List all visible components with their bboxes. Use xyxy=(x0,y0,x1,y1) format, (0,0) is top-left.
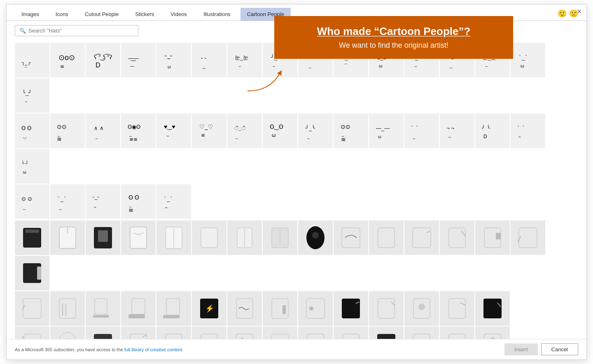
svg-text:—: — xyxy=(130,64,134,68)
body-item[interactable] xyxy=(15,256,49,290)
face-item[interactable]: ʘ ʘ_≋ xyxy=(121,184,156,219)
body-item[interactable] xyxy=(334,291,368,326)
face-item[interactable]: ⊙ ⊙_ xyxy=(15,184,49,219)
face-item[interactable]: ⊙o⊙≋ xyxy=(50,43,85,77)
face-item[interactable]: ⊙⊙_≋ xyxy=(334,114,368,148)
body-item[interactable] xyxy=(404,220,439,255)
body-item[interactable] xyxy=(298,220,333,255)
body-item[interactable] xyxy=(227,291,262,326)
face-item[interactable]: ʘ‿ʘω xyxy=(263,114,297,148)
face-item[interactable]: ♥‿♥⌣ xyxy=(156,114,191,148)
face-item[interactable]: ╯ ╰D xyxy=(475,114,510,148)
body-item[interactable] xyxy=(227,327,262,339)
cancel-button[interactable]: Cancel xyxy=(541,343,578,355)
body-item[interactable] xyxy=(156,327,191,339)
body-item[interactable] xyxy=(227,220,262,255)
face-item[interactable]: ʘ◉ʘ_≋≋ xyxy=(121,114,156,148)
happy-icon[interactable]: 🙂 xyxy=(558,9,567,18)
svg-text:≋≋: ≋≋ xyxy=(129,137,138,142)
body-item[interactable] xyxy=(15,291,49,326)
face-item[interactable]: —͟—— xyxy=(121,43,156,77)
body-item[interactable] xyxy=(192,220,226,255)
body-item[interactable] xyxy=(15,220,49,255)
body-item[interactable] xyxy=(192,327,226,339)
body-item[interactable] xyxy=(334,220,368,255)
body-item[interactable] xyxy=(475,291,510,326)
svg-text:ω: ω xyxy=(379,63,383,68)
body-item[interactable] xyxy=(475,220,510,255)
body-item[interactable] xyxy=(86,291,120,326)
tab-icons[interactable]: Icons xyxy=(49,8,75,21)
body-item[interactable] xyxy=(263,327,297,339)
face-item[interactable]: ˋ_ˊ_ xyxy=(50,184,85,219)
face-item[interactable]: ˋ ˊ_ xyxy=(404,114,439,148)
tab-stickers[interactable]: Stickers xyxy=(128,8,161,21)
svg-text:_: _ xyxy=(59,205,62,210)
callout-arrow xyxy=(245,68,282,93)
face-item[interactable]: ˘⌣˘ω xyxy=(156,43,191,77)
face-item[interactable]: ʘ ʘ◡ xyxy=(15,114,49,148)
body-item[interactable] xyxy=(121,327,156,339)
face-item[interactable]: ˋ_ˊ⌢ xyxy=(156,184,191,219)
face-item[interactable]: ˋ_ˊω xyxy=(511,43,545,77)
body-item[interactable] xyxy=(86,327,120,339)
body-item[interactable] xyxy=(121,220,156,255)
body-item[interactable] xyxy=(121,291,156,326)
face-item[interactable]: ╮_╭⌒ xyxy=(15,43,49,77)
tab-images[interactable]: Images xyxy=(15,8,46,21)
body-item[interactable] xyxy=(156,291,191,326)
tab-cutout[interactable]: Cutout People xyxy=(78,8,125,21)
svg-rect-87 xyxy=(201,228,217,248)
body-item[interactable] xyxy=(440,327,474,339)
svg-text:≋: ≋ xyxy=(60,64,64,70)
face-item[interactable]: ╰_╯⌣ xyxy=(15,78,49,113)
footer-buttons: Insert Cancel xyxy=(504,343,578,355)
svg-rect-147 xyxy=(343,334,359,339)
face-item[interactable]: ∧ ∧_ xyxy=(86,114,120,148)
face-item[interactable]: ॆ_ॆ_ xyxy=(227,114,262,148)
body-item[interactable] xyxy=(404,291,439,326)
face-item[interactable]: ¬ ¬⌣ xyxy=(440,114,474,148)
body-item[interactable]: ⚡ xyxy=(192,291,226,326)
face-item[interactable]: ˋ ˊ⌢ xyxy=(511,114,545,148)
body-item[interactable] xyxy=(263,220,297,255)
face-item[interactable]: ╰ ╯ω xyxy=(15,149,49,183)
face-item[interactable]: —_—ω xyxy=(369,114,404,148)
face-item[interactable]: ʕ ͡° ͜ʖ ͡°ʔD xyxy=(86,43,120,77)
svg-rect-79 xyxy=(25,230,39,233)
tab-illustrations[interactable]: Illustrations xyxy=(197,8,237,21)
body-item[interactable] xyxy=(15,327,49,339)
close-button[interactable]: × xyxy=(577,8,581,15)
body-item[interactable] xyxy=(50,327,85,339)
body-item[interactable] xyxy=(156,220,191,255)
svg-text:⌒: ⌒ xyxy=(24,67,28,71)
tab-videos[interactable]: Videos xyxy=(164,8,194,21)
face-item[interactable]: ⊙⊙_≋ xyxy=(50,114,85,148)
body-item[interactable] xyxy=(475,327,510,339)
body-item[interactable] xyxy=(298,291,333,326)
face-item[interactable]: ╯_╰_ xyxy=(298,114,333,148)
insert-button[interactable]: Insert xyxy=(504,343,538,355)
body-item[interactable] xyxy=(511,220,545,255)
body-item[interactable] xyxy=(298,327,333,339)
svg-text:_: _ xyxy=(129,132,132,137)
footer-link[interactable]: full library of creative content xyxy=(124,347,182,352)
face-item[interactable]: ˘⌣˘~ xyxy=(86,184,120,219)
body-item[interactable] xyxy=(404,327,439,339)
svg-text:╰ ╯: ╰ ╯ xyxy=(21,160,28,167)
body-item[interactable] xyxy=(334,327,368,339)
body-item[interactable] xyxy=(440,220,474,255)
footer-note: As a Microsoft 365 subscriber, you have … xyxy=(15,347,183,352)
body-item[interactable] xyxy=(440,291,474,326)
body-item[interactable] xyxy=(86,220,120,255)
search-input[interactable] xyxy=(28,28,134,34)
body-item[interactable] xyxy=(369,220,404,255)
body-item[interactable] xyxy=(369,327,404,339)
face-item[interactable]: - -_ xyxy=(192,43,226,77)
body-item[interactable] xyxy=(50,291,85,326)
body-item[interactable] xyxy=(369,291,404,326)
face-item[interactable]: ♡_♡≋ xyxy=(192,114,226,148)
body-item[interactable] xyxy=(263,291,297,326)
body-item[interactable] xyxy=(50,220,85,255)
svg-rect-118 xyxy=(282,305,286,314)
